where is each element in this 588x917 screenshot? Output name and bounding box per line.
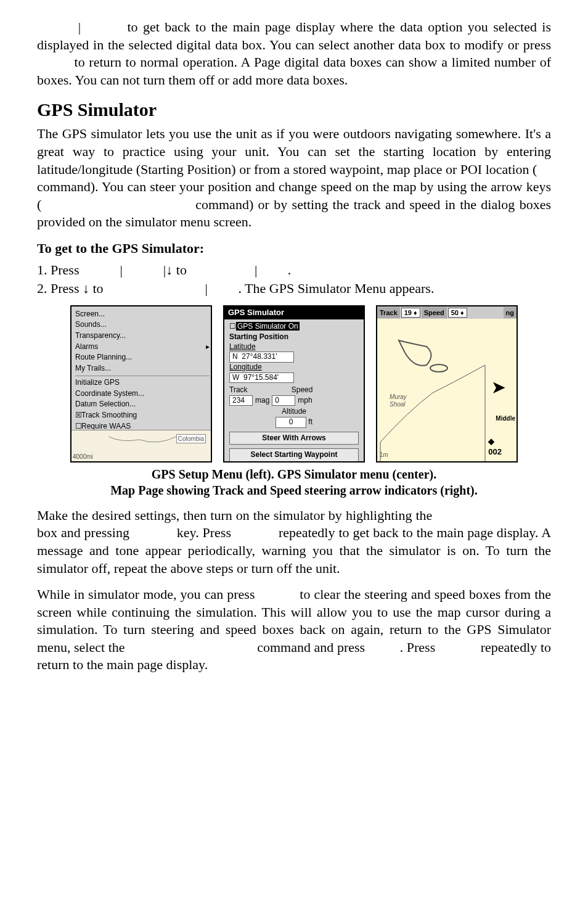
menu-item-label: Alarms <box>75 342 98 351</box>
intro-bar: | <box>78 19 81 35</box>
middle-label: Middle <box>496 414 515 422</box>
steer-with-arrows-button[interactable]: Steer With Arrows <box>229 432 359 445</box>
menu-item-check[interactable]: ☒Track Smoothing <box>75 410 210 421</box>
topbar-suffix: ng <box>504 307 517 318</box>
scale-label: 4000mi <box>73 453 93 461</box>
intro-paragraph: | to get back to the main page display w… <box>37 19 551 89</box>
checkbox-icon: ☒ <box>75 411 81 421</box>
panel-map-page: Track 19 ♦ Speed 50 ♦ ng ➤ Muray Shoal M… <box>376 305 518 463</box>
lon-value: 97°15.584' <box>243 373 279 382</box>
track-speed-fields: 234 mag 0 mph <box>229 395 359 406</box>
step2-pre: 2. Press ↓ to <box>37 281 104 296</box>
track-unit: mag <box>255 396 269 406</box>
para-2: The GPS simulator lets you use the unit … <box>37 125 551 231</box>
caption-line-1: GPS Setup Menu (left). GPS Simulator men… <box>152 467 436 481</box>
scale-label: 1m <box>380 451 388 459</box>
sim-on-row[interactable]: ☐GPS Simulator On <box>229 322 359 332</box>
altitude-label: Altitude <box>229 407 359 417</box>
step1-pre: 1. Press <box>37 262 79 278</box>
para4-a: While in simulator mode, you can press <box>37 586 255 602</box>
north-arrow-icon: ➤ <box>492 377 505 398</box>
para3-c: key. Press <box>177 525 231 540</box>
sim-on-label: GPS Simulator On <box>236 322 300 331</box>
place-label-shoal: Shoal <box>390 400 406 408</box>
speed-label: Speed <box>292 385 313 395</box>
step1-end: . <box>288 262 292 278</box>
panel-body: ☐GPS Simulator On Starting Position Lati… <box>224 319 364 463</box>
heading-gps-simulator: GPS Simulator <box>37 97 551 121</box>
altitude-row: 0 ft <box>229 417 359 428</box>
step1-arrow: |↓ to <box>163 262 187 278</box>
speed-unit: mph <box>298 396 312 406</box>
caption-line-2: Map Page showing Track and Speed steerin… <box>110 483 478 497</box>
step1-bar1: | <box>120 262 122 278</box>
map-area[interactable]: ➤ Muray Shoal Middle ◆002 1m <box>377 319 517 461</box>
menu-item[interactable]: Route Planning... <box>75 352 210 363</box>
page: | to get back to the main page display w… <box>0 0 588 720</box>
panel-gps-setup-menu: Screen... Sounds... Transparency... Alar… <box>70 305 212 463</box>
map-topbar: Track 19 ♦ Speed 50 ♦ ng <box>377 306 517 319</box>
topbar-track-value[interactable]: 19 ♦ <box>401 308 420 318</box>
step1-bar2: | <box>255 262 257 278</box>
figures-row: Screen... Sounds... Transparency... Alar… <box>37 305 551 463</box>
separator <box>75 376 210 376</box>
topbar-speed-label: Speed <box>422 307 447 318</box>
menu-item[interactable]: Alarms▸ <box>75 342 210 353</box>
para2-c: command) or by setting the track and spe… <box>37 197 551 230</box>
svg-point-0 <box>430 364 447 372</box>
step-2: 2. Press ↓ to | . The GPS Simulator Menu… <box>37 280 551 298</box>
menu-item[interactable]: Datum Selection... <box>75 399 210 410</box>
para-4: While in simulator mode, you can press t… <box>37 586 551 674</box>
country-label: Colombia <box>176 434 206 443</box>
menu-item[interactable]: Screen... <box>75 309 210 320</box>
speed-field[interactable]: 0 <box>272 395 295 406</box>
figure-caption: GPS Setup Menu (left). GPS Simulator men… <box>37 466 551 498</box>
topbar-speed-value[interactable]: 50 ♦ <box>448 308 467 318</box>
menu-item[interactable]: Coordinate System... <box>75 389 210 400</box>
para-3: Make the desired settings, then turn on … <box>37 507 551 577</box>
topbar-track-label: Track <box>377 307 400 318</box>
altitude-unit: ft <box>308 417 312 426</box>
panel-gps-simulator: GPS Simulator ☐GPS Simulator On Starting… <box>223 305 365 463</box>
panel-title: GPS Simulator <box>224 306 364 319</box>
latitude-label: Latitude <box>229 342 359 352</box>
longitude-field[interactable]: W 97°15.584' <box>229 372 294 384</box>
menu-item-label: Require WAAS <box>81 422 131 430</box>
para3-a: Make the desired settings, then turn on … <box>37 508 432 523</box>
para4-d: . Press <box>400 639 436 655</box>
map-preview: Colombia 4000mi <box>71 430 211 461</box>
select-starting-waypoint-button[interactable]: Select Starting Waypoint <box>229 448 359 462</box>
latitude-field[interactable]: N 27°48.331' <box>229 352 294 363</box>
menu-item[interactable]: My Trails... <box>75 363 210 374</box>
para4-c: command and press <box>257 639 365 655</box>
menu-item[interactable]: Transparency... <box>75 331 210 342</box>
track-field[interactable]: 234 <box>229 395 253 406</box>
lat-value: 27°48.331' <box>242 352 277 361</box>
lat-prefix: N <box>232 352 238 361</box>
menu-item[interactable]: Initialize GPS <box>75 377 210 389</box>
track-label: Track <box>229 385 248 395</box>
para2-a: The GPS simulator lets you use the unit … <box>37 126 551 176</box>
intro-text-2: to return to normal operation. A Page di… <box>37 54 551 88</box>
lon-prefix: W <box>232 373 239 382</box>
subheading-get-to-sim: To get to the GPS Simulator: <box>37 240 551 258</box>
bearing-value: ◆002 <box>488 437 502 458</box>
step-1: 1. Press | |↓ to | . <box>37 261 551 279</box>
longitude-label: Longitude <box>229 363 359 372</box>
step2-end: . The GPS Simulator Menu appears. <box>238 281 434 296</box>
starting-position-label: Starting Position <box>229 332 359 342</box>
track-speed-labels: Track Speed <box>229 385 359 395</box>
menu-item-label: Track Smoothing <box>81 411 137 419</box>
step2-bar: | <box>205 281 208 296</box>
altitude-field[interactable]: 0 <box>276 417 306 428</box>
intro-text-1: to get back to the main page display whe… <box>37 19 551 52</box>
menu-item[interactable]: Sounds... <box>75 319 210 331</box>
para3-b: box and pressing <box>37 525 129 540</box>
